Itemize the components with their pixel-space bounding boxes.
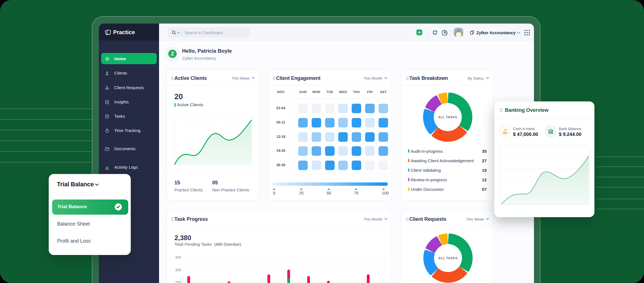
svg-text:200: 200 — [175, 280, 181, 283]
svg-text:300: 300 — [175, 268, 181, 272]
svg-text:ALL TASKS: ALL TASKS — [438, 115, 458, 119]
svg-text:ALL TASKS: ALL TASKS — [438, 256, 458, 260]
svg-text:400: 400 — [175, 255, 181, 259]
